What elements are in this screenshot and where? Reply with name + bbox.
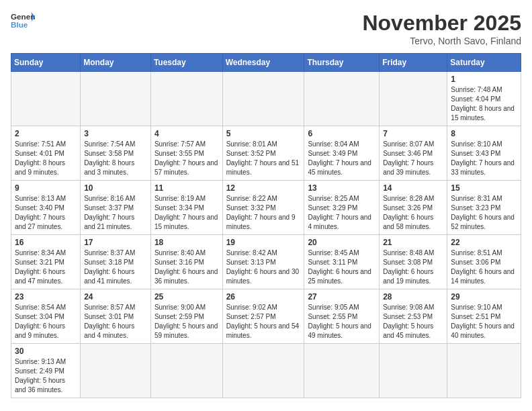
day-number: 25 bbox=[154, 292, 219, 302]
page-header: General Blue November 2025 Tervo, North … bbox=[11, 11, 521, 46]
calendar-cell: 6Sunrise: 8:04 AM Sunset: 3:49 PM Daylig… bbox=[304, 126, 380, 181]
calendar-cell bbox=[380, 344, 447, 398]
day-number: 7 bbox=[383, 129, 443, 138]
calendar-cell: 2Sunrise: 7:51 AM Sunset: 4:01 PM Daylig… bbox=[11, 126, 81, 181]
calendar-cell: 28Sunrise: 9:08 AM Sunset: 2:53 PM Dayli… bbox=[380, 289, 447, 344]
location-subtitle: Tervo, North Savo, Finland bbox=[362, 36, 521, 46]
calendar-cell: 13Sunrise: 8:25 AM Sunset: 3:29 PM Dayli… bbox=[304, 181, 380, 235]
calendar-cell: 5Sunrise: 8:01 AM Sunset: 3:52 PM Daylig… bbox=[222, 126, 304, 181]
calendar-cell bbox=[447, 344, 521, 398]
day-number: 19 bbox=[226, 238, 301, 247]
calendar-cell bbox=[150, 72, 222, 126]
calendar-week-row: 30Sunrise: 9:13 AM Sunset: 2:49 PM Dayli… bbox=[11, 344, 521, 398]
day-info: Sunrise: 7:51 AM Sunset: 4:01 PM Dayligh… bbox=[15, 140, 77, 177]
day-number: 22 bbox=[451, 238, 517, 247]
day-info: Sunrise: 8:42 AM Sunset: 3:13 PM Dayligh… bbox=[226, 248, 301, 286]
logo-icon: General Blue bbox=[11, 11, 35, 30]
calendar-cell: 9Sunrise: 8:13 AM Sunset: 3:40 PM Daylig… bbox=[11, 181, 81, 235]
calendar-cell: 12Sunrise: 8:22 AM Sunset: 3:32 PM Dayli… bbox=[222, 181, 304, 235]
day-info: Sunrise: 8:07 AM Sunset: 3:46 PM Dayligh… bbox=[383, 140, 443, 177]
calendar-cell: 22Sunrise: 8:51 AM Sunset: 3:06 PM Dayli… bbox=[447, 235, 521, 289]
day-info: Sunrise: 8:10 AM Sunset: 3:43 PM Dayligh… bbox=[451, 140, 517, 177]
calendar-cell: 18Sunrise: 8:40 AM Sunset: 3:16 PM Dayli… bbox=[150, 235, 222, 289]
day-number: 16 bbox=[15, 238, 77, 247]
day-info: Sunrise: 8:16 AM Sunset: 3:37 PM Dayligh… bbox=[84, 194, 147, 232]
calendar-cell: 26Sunrise: 9:02 AM Sunset: 2:57 PM Dayli… bbox=[222, 289, 304, 344]
day-number: 20 bbox=[308, 238, 375, 247]
calendar-cell bbox=[304, 344, 380, 398]
day-number: 18 bbox=[154, 238, 219, 247]
day-info: Sunrise: 7:54 AM Sunset: 3:58 PM Dayligh… bbox=[84, 140, 147, 177]
calendar-cell: 29Sunrise: 9:10 AM Sunset: 2:51 PM Dayli… bbox=[447, 289, 521, 344]
day-info: Sunrise: 9:10 AM Sunset: 2:51 PM Dayligh… bbox=[451, 303, 517, 340]
logo: General Blue bbox=[11, 11, 35, 30]
calendar-cell: 23Sunrise: 8:54 AM Sunset: 3:04 PM Dayli… bbox=[11, 289, 81, 344]
day-info: Sunrise: 8:04 AM Sunset: 3:49 PM Dayligh… bbox=[308, 140, 375, 177]
day-info: Sunrise: 8:25 AM Sunset: 3:29 PM Dayligh… bbox=[308, 194, 375, 232]
day-number: 2 bbox=[15, 129, 77, 138]
day-info: Sunrise: 8:28 AM Sunset: 3:26 PM Dayligh… bbox=[383, 194, 443, 232]
day-number: 14 bbox=[383, 183, 443, 193]
day-info: Sunrise: 9:00 AM Sunset: 2:59 PM Dayligh… bbox=[154, 303, 219, 340]
calendar-cell bbox=[11, 72, 81, 126]
svg-text:Blue: Blue bbox=[11, 20, 28, 29]
day-number: 17 bbox=[84, 238, 147, 247]
calendar-cell bbox=[380, 72, 447, 126]
weekday-header-sunday: Sunday bbox=[11, 54, 81, 72]
day-number: 10 bbox=[84, 183, 147, 193]
calendar-cell bbox=[222, 72, 304, 126]
calendar-cell: 10Sunrise: 8:16 AM Sunset: 3:37 PM Dayli… bbox=[81, 181, 151, 235]
day-info: Sunrise: 7:48 AM Sunset: 4:04 PM Dayligh… bbox=[451, 85, 517, 123]
calendar-cell: 25Sunrise: 9:00 AM Sunset: 2:59 PM Dayli… bbox=[150, 289, 222, 344]
weekday-header-row: SundayMondayTuesdayWednesdayThursdayFrid… bbox=[11, 54, 521, 72]
day-info: Sunrise: 8:13 AM Sunset: 3:40 PM Dayligh… bbox=[15, 194, 77, 232]
day-info: Sunrise: 8:57 AM Sunset: 3:01 PM Dayligh… bbox=[84, 303, 147, 340]
calendar-week-row: 2Sunrise: 7:51 AM Sunset: 4:01 PM Daylig… bbox=[11, 126, 521, 181]
calendar-cell: 3Sunrise: 7:54 AM Sunset: 3:58 PM Daylig… bbox=[81, 126, 151, 181]
calendar-cell bbox=[304, 72, 380, 126]
calendar-cell: 19Sunrise: 8:42 AM Sunset: 3:13 PM Dayli… bbox=[222, 235, 304, 289]
calendar-cell bbox=[81, 72, 151, 126]
day-number: 6 bbox=[308, 129, 375, 138]
calendar-cell: 16Sunrise: 8:34 AM Sunset: 3:21 PM Dayli… bbox=[11, 235, 81, 289]
day-number: 30 bbox=[15, 347, 77, 356]
calendar-cell: 15Sunrise: 8:31 AM Sunset: 3:23 PM Dayli… bbox=[447, 181, 521, 235]
day-number: 12 bbox=[226, 183, 301, 193]
day-number: 15 bbox=[451, 183, 517, 193]
calendar-week-row: 23Sunrise: 8:54 AM Sunset: 3:04 PM Dayli… bbox=[11, 289, 521, 344]
calendar-cell: 24Sunrise: 8:57 AM Sunset: 3:01 PM Dayli… bbox=[81, 289, 151, 344]
weekday-header-thursday: Thursday bbox=[304, 54, 380, 72]
day-info: Sunrise: 9:02 AM Sunset: 2:57 PM Dayligh… bbox=[226, 303, 301, 340]
day-info: Sunrise: 8:48 AM Sunset: 3:08 PM Dayligh… bbox=[383, 248, 443, 286]
day-number: 4 bbox=[154, 129, 219, 138]
calendar-cell: 11Sunrise: 8:19 AM Sunset: 3:34 PM Dayli… bbox=[150, 181, 222, 235]
calendar-week-row: 9Sunrise: 8:13 AM Sunset: 3:40 PM Daylig… bbox=[11, 181, 521, 235]
day-number: 9 bbox=[15, 183, 77, 193]
weekday-header-monday: Monday bbox=[81, 54, 151, 72]
weekday-header-tuesday: Tuesday bbox=[150, 54, 222, 72]
calendar-cell: 20Sunrise: 8:45 AM Sunset: 3:11 PM Dayli… bbox=[304, 235, 380, 289]
calendar-cell: 4Sunrise: 7:57 AM Sunset: 3:55 PM Daylig… bbox=[150, 126, 222, 181]
day-number: 27 bbox=[308, 292, 375, 302]
day-number: 24 bbox=[84, 292, 147, 302]
day-info: Sunrise: 8:22 AM Sunset: 3:32 PM Dayligh… bbox=[226, 194, 301, 232]
day-info: Sunrise: 8:34 AM Sunset: 3:21 PM Dayligh… bbox=[15, 248, 77, 286]
calendar-cell: 27Sunrise: 9:05 AM Sunset: 2:55 PM Dayli… bbox=[304, 289, 380, 344]
day-number: 8 bbox=[451, 129, 517, 138]
day-info: Sunrise: 8:37 AM Sunset: 3:18 PM Dayligh… bbox=[84, 248, 147, 286]
day-info: Sunrise: 8:31 AM Sunset: 3:23 PM Dayligh… bbox=[451, 194, 517, 232]
day-info: Sunrise: 8:45 AM Sunset: 3:11 PM Dayligh… bbox=[308, 248, 375, 286]
calendar-cell: 14Sunrise: 8:28 AM Sunset: 3:26 PM Dayli… bbox=[380, 181, 447, 235]
calendar-cell: 21Sunrise: 8:48 AM Sunset: 3:08 PM Dayli… bbox=[380, 235, 447, 289]
day-number: 5 bbox=[226, 129, 301, 138]
month-title: November 2025 bbox=[362, 11, 521, 36]
day-number: 28 bbox=[383, 292, 443, 302]
day-info: Sunrise: 8:51 AM Sunset: 3:06 PM Dayligh… bbox=[451, 248, 517, 286]
calendar-cell: 1Sunrise: 7:48 AM Sunset: 4:04 PM Daylig… bbox=[447, 72, 521, 126]
day-number: 1 bbox=[451, 75, 517, 84]
calendar-cell bbox=[150, 344, 222, 398]
day-number: 23 bbox=[15, 292, 77, 302]
day-number: 13 bbox=[308, 183, 375, 193]
calendar-table: SundayMondayTuesdayWednesdayThursdayFrid… bbox=[11, 53, 521, 398]
day-number: 11 bbox=[154, 183, 219, 193]
